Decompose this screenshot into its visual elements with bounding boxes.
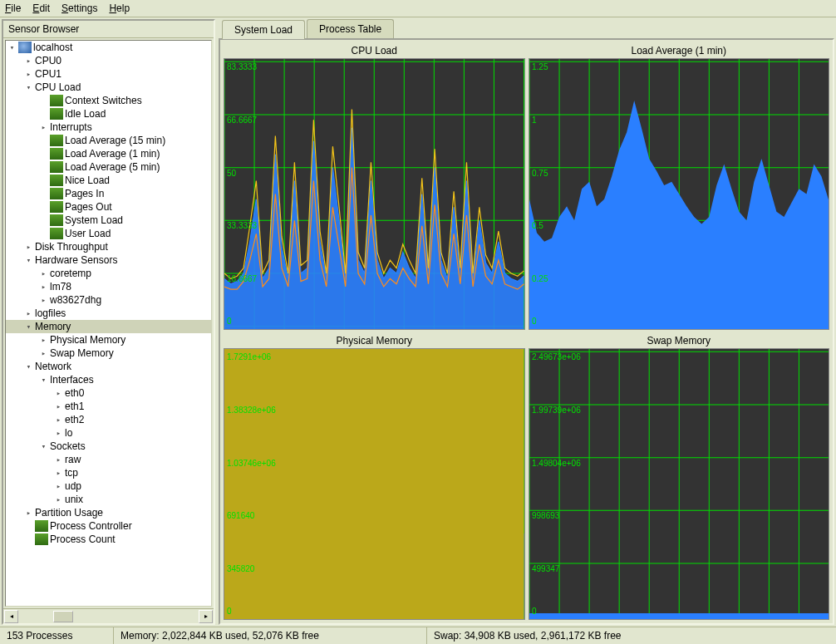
menu-settings[interactable]: Settings [61, 2, 97, 14]
svg-text:1.99739e+06: 1.99739e+06 [532, 406, 581, 415]
tree-node[interactable]: ▸logfiles [6, 307, 211, 320]
tree-node[interactable]: ▸eth0 [6, 386, 211, 400]
svg-text:33.3333: 33.3333 [227, 221, 258, 230]
status-swap: Swap: 34,908 KB used, 2,961,172 KB free [427, 627, 836, 644]
sidebar-title: Sensor Browser [3, 21, 214, 38]
tree-node[interactable]: ▸udp [6, 479, 211, 493]
menu-edit[interactable]: Edit [32, 2, 50, 14]
svg-text:1.03746e+06: 1.03746e+06 [227, 459, 276, 468]
svg-text:0: 0 [532, 317, 537, 326]
svg-text:1.49804e+06: 1.49804e+06 [532, 459, 581, 468]
tree-node[interactable]: Process Count [6, 533, 211, 546]
svg-text:1.7291e+06: 1.7291e+06 [227, 352, 272, 361]
chart-panel: CPU Load 83.333366.66675033.333316.66670… [219, 38, 834, 625]
svg-text:0: 0 [532, 607, 537, 616]
sensor-tree[interactable]: ▾ localhost▸CPU0▸CPU1▾CPU Load Context S… [5, 40, 212, 607]
tree-node[interactable]: Pages In [6, 187, 211, 200]
tree-node[interactable]: ▾Sockets [6, 440, 211, 453]
tree-node[interactable]: Load Average (15 min) [6, 134, 211, 147]
tree-node[interactable]: Process Controller [6, 519, 211, 533]
menu-help[interactable]: Help [109, 2, 130, 14]
tree-node[interactable]: ▸Disk Throughput [6, 240, 211, 253]
scroll-right-icon[interactable]: ▸ [199, 610, 213, 623]
tree-node[interactable]: ▸tcp [6, 466, 211, 479]
main-area: System Load Process Table CPU Load 83.33… [219, 19, 834, 625]
svg-text:0.75: 0.75 [532, 169, 548, 178]
tree-node[interactable]: ▾Network [6, 360, 211, 373]
tree-node[interactable]: ▸CPU1 [6, 67, 211, 81]
tree-node[interactable]: ▸Interrupts [6, 120, 211, 134]
chart-swap-memory: Swap Memory 2.49673e+061.99739e+061.4980… [529, 333, 830, 620]
chart-physical-memory: Physical Memory 1.7291e+061.38328e+061.0… [224, 333, 525, 620]
svg-text:50: 50 [227, 169, 237, 178]
tree-node-host[interactable]: ▾ localhost [6, 41, 211, 54]
tree-node[interactable]: ▸Swap Memory [6, 347, 211, 360]
svg-text:0: 0 [227, 607, 232, 616]
svg-text:1: 1 [532, 116, 537, 125]
menubar: File Edit Settings Help [0, 0, 836, 17]
tree-node[interactable]: ▸lo [6, 426, 211, 440]
tree-node[interactable]: ▸lm78 [6, 280, 211, 293]
tree-node[interactable]: ▸Physical Memory [6, 333, 211, 347]
scroll-thumb[interactable] [53, 611, 73, 622]
svg-text:16.6667: 16.6667 [227, 274, 258, 283]
tree-node[interactable]: ▾Hardware Sensors [6, 253, 211, 267]
tree-node[interactable]: System Load [6, 214, 211, 227]
scroll-left-icon[interactable]: ◂ [4, 610, 18, 623]
status-memory: Memory: 2,022,844 KB used, 52,076 KB fre… [114, 627, 427, 644]
tree-node[interactable]: ▾Memory [6, 320, 211, 333]
status-processes: 153 Processes [0, 627, 114, 644]
svg-text:83.3333: 83.3333 [227, 62, 258, 71]
horizontal-scrollbar[interactable]: ◂ ▸ [3, 608, 214, 623]
svg-text:0.25: 0.25 [532, 274, 548, 283]
chart-canvas: 1.2510.750.50.250 [529, 58, 830, 330]
tree-node[interactable]: ▸eth2 [6, 413, 211, 426]
svg-text:2.49673e+06: 2.49673e+06 [532, 352, 581, 361]
svg-text:66.6667: 66.6667 [227, 116, 258, 125]
menu-file[interactable]: File [5, 2, 21, 14]
tree-node[interactable]: Nice Load [6, 174, 211, 187]
tree-node[interactable]: ▸unix [6, 493, 211, 506]
tree-node[interactable]: ▾Interfaces [6, 373, 211, 386]
chart-canvas: 1.7291e+061.38328e+061.03746e+0669164034… [224, 348, 525, 620]
svg-text:998693: 998693 [532, 511, 560, 520]
tab-bar: System Load Process Table [219, 19, 834, 38]
svg-text:0: 0 [227, 317, 232, 326]
svg-text:691640: 691640 [227, 511, 255, 520]
svg-text:499347: 499347 [532, 564, 560, 573]
tree-node[interactable]: ▾CPU Load [6, 81, 211, 94]
svg-text:345820: 345820 [227, 564, 255, 573]
chart-canvas: 83.333366.66675033.333316.66670 [224, 58, 525, 330]
svg-text:1.25: 1.25 [532, 62, 548, 71]
tree-node[interactable]: ▸CPU0 [6, 54, 211, 67]
chart-canvas: 2.49673e+061.99739e+061.49804e+069986934… [529, 348, 830, 620]
tree-node[interactable]: ▸Partition Usage [6, 506, 211, 519]
tree-node[interactable]: ▸coretemp [6, 267, 211, 280]
svg-text:0.5: 0.5 [532, 221, 543, 230]
status-bar: 153 Processes Memory: 2,022,844 KB used,… [0, 627, 836, 644]
sensor-browser: Sensor Browser ▾ localhost▸CPU0▸CPU1▾CPU… [2, 19, 215, 625]
tab-process-table[interactable]: Process Table [307, 19, 394, 38]
chart-load-avg: Load Average (1 min) 1.2510.750.50.250 [529, 43, 830, 330]
svg-text:1.38328e+06: 1.38328e+06 [227, 406, 276, 415]
tab-system-load[interactable]: System Load [222, 20, 305, 39]
tree-node[interactable]: Load Average (5 min) [6, 160, 211, 174]
tree-node[interactable]: ▸eth1 [6, 400, 211, 413]
tree-node[interactable]: Pages Out [6, 200, 211, 214]
chart-cpu-load: CPU Load 83.333366.66675033.333316.66670 [224, 43, 525, 330]
tree-node[interactable]: Context Switches [6, 94, 211, 107]
tree-node[interactable]: ▸raw [6, 453, 211, 466]
tree-node[interactable]: Load Average (1 min) [6, 147, 211, 160]
tree-node[interactable]: Idle Load [6, 107, 211, 120]
tree-node[interactable]: User Load [6, 227, 211, 240]
tree-node[interactable]: ▸w83627dhg [6, 293, 211, 307]
